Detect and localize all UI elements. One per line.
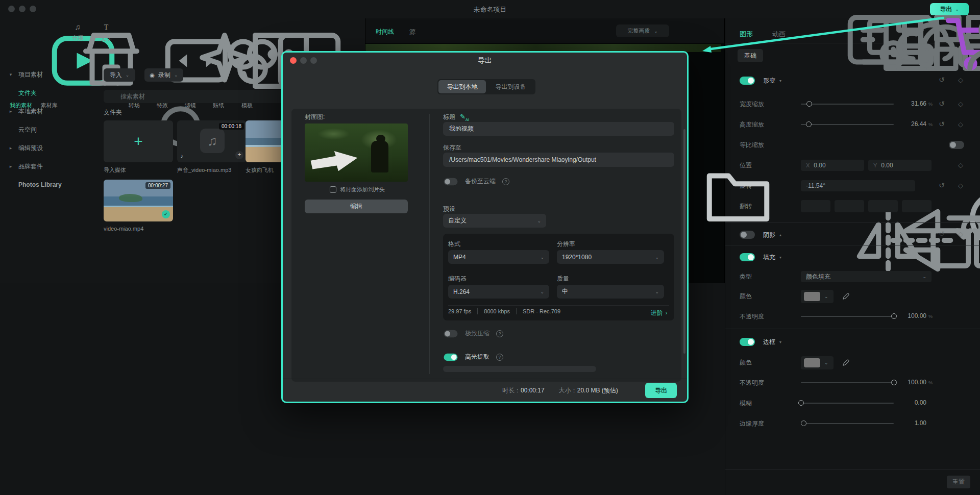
scale-height-slider[interactable] [801,124,894,125]
sidebar-item-photos-library[interactable]: Photos Library [4,176,81,194]
audio-tile[interactable]: ♫ 00:00:18 ♪ + [177,120,247,162]
reset-icon[interactable]: ↺ [939,120,945,128]
save-icon[interactable] [835,5,845,14]
tab-source-view[interactable]: 源 [409,28,415,36]
sidebar-item-local-media[interactable]: ▸ 本地素材 [4,102,81,120]
account-icon[interactable] [916,5,925,14]
rotate-field[interactable]: -11.54° [801,180,915,191]
tab-text[interactable]: T 文字 [92,22,120,42]
help-icon[interactable]: ? [496,354,503,361]
cloud-upload-icon[interactable] [852,5,862,14]
reset-icon[interactable]: ↺ [939,100,945,108]
title-bar: 未命名项目 导出 ⌄ [0,0,980,18]
scale-width-slider[interactable] [801,104,894,105]
flip-vertical-icon [845,202,853,210]
keyframe-icon[interactable]: ◇ [958,120,963,128]
record-button[interactable]: ◉ 录制⌄ [144,68,183,82]
border-thickness-slider[interactable] [801,423,894,424]
keyframe-icon[interactable]: ◇ [958,161,963,169]
border-color-picker[interactable]: ⌄ [801,356,834,369]
chevron-down-icon: ⌄ [824,294,828,299]
cover-label: 封面图: [305,113,325,121]
fill-toggle[interactable] [740,253,755,261]
collapse-icon[interactable]: ▴ [779,233,781,237]
resolution-select[interactable]: 1920*1080⌄ [557,250,664,264]
highlight-extract-toggle[interactable] [444,353,458,360]
border-blur-row: 模糊 0.00 [725,397,980,409]
edit-cover-button[interactable]: 编辑 [305,200,408,213]
playback-quality-select[interactable]: 完整画质⌄ [616,24,669,37]
browse-folder-icon[interactable] [662,157,670,165]
fill-opacity-row: 不透明度 100.00% [725,310,980,323]
keyframe-icon[interactable]: ◇ [958,182,963,189]
cover-to-intro-checkbox[interactable]: 将封面添加到片头 [330,186,385,193]
position-y-field[interactable]: Y0.00 [868,160,932,171]
video-name-input[interactable] [443,122,674,136]
tab-animation[interactable]: 动画 [772,30,786,39]
fill-color-picker[interactable]: ⌄ [801,290,834,303]
save-path-input[interactable] [443,153,674,167]
help-icon[interactable]: ? [496,330,503,337]
fill-type-select[interactable]: 颜色填充⌄ [801,271,932,282]
video-tile[interactable]: 00:00:27 ✓ [104,180,173,221]
import-button[interactable]: 导入⌄ [104,68,135,82]
border-opacity-slider[interactable] [801,382,894,383]
compression-toggle[interactable] [444,330,458,337]
reset-icon[interactable]: ↺ [939,230,945,238]
display-icon[interactable] [819,5,828,14]
support-icon[interactable] [869,5,879,14]
preset-select[interactable]: 自定义⌄ [443,214,546,228]
import-media-tile[interactable]: + [104,120,173,162]
sidebar-item-folder[interactable]: 文件夹 [4,84,81,102]
reset-button[interactable]: 重置 [947,476,970,488]
flip-vertical-button[interactable] [835,200,864,212]
transform-toggle[interactable] [740,77,755,85]
tab-export-device[interactable]: 导出到设备 [487,80,534,93]
collapse-icon[interactable]: ▾ [779,340,781,344]
ai-title-icon[interactable]: ✎AI [460,113,469,121]
border-toggle[interactable] [740,338,755,346]
workspace-icon[interactable] [886,5,895,14]
sidebar-item-project-media[interactable]: ▾ 项目素材 [4,65,81,84]
sidebar-item-edit-presets[interactable]: ▸ 编辑预设 [4,139,81,157]
tab-export-local[interactable]: 导出到本地 [438,80,486,93]
cover-thumbnail[interactable] [305,123,408,182]
sidebar-item-brand-kit[interactable]: ▸ 品牌套件 [4,157,81,176]
export-button[interactable]: 导出 ⌄ [930,3,969,15]
sidebar-item-cloud-space[interactable]: 云空间 [4,120,81,139]
eyedropper-icon[interactable] [842,292,850,301]
cloud-backup-toggle[interactable] [444,178,458,185]
record-icon: ◉ [150,72,155,79]
format-label: 格式 [448,240,460,249]
uniform-scale-toggle[interactable] [949,141,964,149]
collapse-icon[interactable]: ▾ [779,255,781,260]
keyframe-icon[interactable]: ◇ [958,230,963,238]
tab-graphic[interactable]: 图形 [740,30,753,39]
reset-icon[interactable]: ↺ [939,181,945,189]
advanced-settings-link[interactable]: 进阶› [651,309,667,317]
dialog-export-button[interactable]: 导出 [645,383,677,398]
multi-view-icon[interactable] [684,27,693,35]
cart-icon[interactable] [900,5,910,14]
scopes-icon[interactable] [704,27,713,35]
eyedropper-icon[interactable] [842,358,850,367]
tab-timeline-view[interactable]: 时间线 [376,28,394,36]
tab-audio[interactable]: ♫ 音频 [63,22,92,42]
compression-row: 极致压缩 ? [443,329,503,338]
rotate-ccw-button[interactable] [902,200,932,212]
keyframe-icon[interactable]: ◇ [958,100,963,108]
fill-opacity-slider[interactable] [801,316,894,317]
add-to-timeline-icon[interactable]: + [235,151,243,159]
border-blur-slider[interactable] [801,403,894,404]
basic-chip[interactable]: 基础 [738,49,763,62]
encoder-select[interactable]: H.264⌄ [448,285,549,299]
format-select[interactable]: MP4⌄ [448,250,549,264]
rotation-dial-icon[interactable] [921,181,930,190]
rotate-cw-button[interactable] [868,200,898,212]
collapse-icon[interactable]: ▾ [779,79,781,83]
chevron-right-icon: ▸ [4,164,17,169]
help-icon[interactable]: ? [502,178,509,185]
quality-select[interactable]: 中⌄ [557,285,664,299]
dialog-scrollbar[interactable] [683,129,685,354]
project-history-icon[interactable] [802,5,812,14]
